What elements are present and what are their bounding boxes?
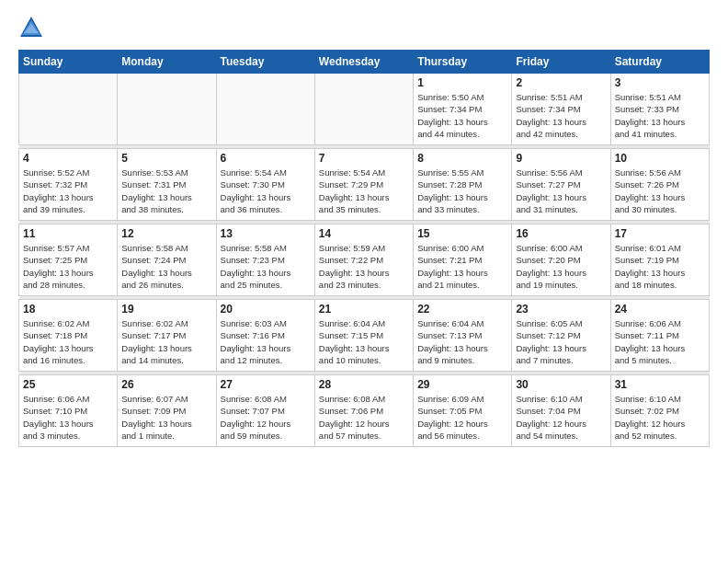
calendar-week-row: 4Sunrise: 5:52 AM Sunset: 7:32 PM Daylig… xyxy=(19,149,710,221)
day-info: Sunrise: 6:05 AM Sunset: 7:12 PM Dayligh… xyxy=(516,317,606,366)
day-info: Sunrise: 5:51 AM Sunset: 7:33 PM Dayligh… xyxy=(615,91,705,140)
day-info: Sunrise: 6:03 AM Sunset: 7:16 PM Dayligh… xyxy=(221,317,311,366)
calendar-cell: 20Sunrise: 6:03 AM Sunset: 7:16 PM Dayli… xyxy=(216,300,314,372)
calendar-cell: 25Sunrise: 6:06 AM Sunset: 7:10 PM Dayli… xyxy=(19,375,118,447)
day-number: 8 xyxy=(417,152,507,165)
weekday-header: Thursday xyxy=(414,51,512,74)
day-info: Sunrise: 5:53 AM Sunset: 7:31 PM Dayligh… xyxy=(121,167,211,215)
weekday-header: Wednesday xyxy=(314,51,413,74)
day-number: 29 xyxy=(417,378,507,391)
day-info: Sunrise: 6:10 AM Sunset: 7:04 PM Dayligh… xyxy=(516,393,606,442)
calendar-cell: 24Sunrise: 6:06 AM Sunset: 7:11 PM Dayli… xyxy=(610,300,709,372)
day-number: 28 xyxy=(319,378,409,391)
calendar-week-row: 11Sunrise: 5:57 AM Sunset: 7:25 PM Dayli… xyxy=(19,224,710,296)
day-number: 5 xyxy=(121,152,211,165)
day-number: 31 xyxy=(615,378,705,391)
day-number: 10 xyxy=(615,152,705,165)
page: SundayMondayTuesdayWednesdayThursdayFrid… xyxy=(0,0,728,458)
weekday-header: Saturday xyxy=(610,51,709,74)
day-number: 22 xyxy=(417,303,507,316)
calendar-cell: 5Sunrise: 5:53 AM Sunset: 7:31 PM Daylig… xyxy=(118,149,216,221)
calendar-week-row: 1Sunrise: 5:50 AM Sunset: 7:34 PM Daylig… xyxy=(19,74,710,145)
calendar-cell: 14Sunrise: 5:59 AM Sunset: 7:22 PM Dayli… xyxy=(314,224,413,296)
day-number: 12 xyxy=(121,227,211,240)
weekday-header: Tuesday xyxy=(216,51,314,74)
day-info: Sunrise: 6:04 AM Sunset: 7:15 PM Dayligh… xyxy=(319,317,409,366)
day-number: 15 xyxy=(417,227,507,240)
day-info: Sunrise: 6:06 AM Sunset: 7:11 PM Dayligh… xyxy=(615,317,705,366)
calendar-cell: 1Sunrise: 5:50 AM Sunset: 7:34 PM Daylig… xyxy=(414,74,512,145)
day-number: 16 xyxy=(516,227,606,240)
day-info: Sunrise: 6:00 AM Sunset: 7:20 PM Dayligh… xyxy=(516,242,606,291)
day-info: Sunrise: 6:06 AM Sunset: 7:10 PM Dayligh… xyxy=(23,393,113,442)
calendar-cell xyxy=(118,74,216,145)
calendar-cell: 7Sunrise: 5:54 AM Sunset: 7:29 PM Daylig… xyxy=(314,149,413,221)
day-number: 20 xyxy=(221,303,311,316)
calendar-cell: 13Sunrise: 5:58 AM Sunset: 7:23 PM Dayli… xyxy=(216,224,314,296)
day-info: Sunrise: 5:56 AM Sunset: 7:27 PM Dayligh… xyxy=(516,167,606,215)
day-info: Sunrise: 5:54 AM Sunset: 7:29 PM Dayligh… xyxy=(319,167,409,215)
weekday-header: Friday xyxy=(512,51,610,74)
day-info: Sunrise: 5:55 AM Sunset: 7:28 PM Dayligh… xyxy=(417,167,507,215)
day-info: Sunrise: 6:02 AM Sunset: 7:17 PM Dayligh… xyxy=(121,317,211,366)
day-info: Sunrise: 6:08 AM Sunset: 7:06 PM Dayligh… xyxy=(319,393,409,442)
day-info: Sunrise: 6:10 AM Sunset: 7:02 PM Dayligh… xyxy=(615,393,705,442)
day-number: 17 xyxy=(615,227,705,240)
calendar-cell xyxy=(216,74,314,145)
calendar-week-row: 18Sunrise: 6:02 AM Sunset: 7:18 PM Dayli… xyxy=(19,300,710,372)
day-number: 23 xyxy=(516,303,606,316)
day-number: 2 xyxy=(516,76,606,89)
day-info: Sunrise: 5:59 AM Sunset: 7:22 PM Dayligh… xyxy=(319,242,409,291)
day-number: 18 xyxy=(23,303,113,316)
calendar-cell: 29Sunrise: 6:09 AM Sunset: 7:05 PM Dayli… xyxy=(414,375,512,447)
calendar-week-row: 25Sunrise: 6:06 AM Sunset: 7:10 PM Dayli… xyxy=(19,375,710,447)
calendar-cell: 31Sunrise: 6:10 AM Sunset: 7:02 PM Dayli… xyxy=(610,375,709,447)
logo xyxy=(18,15,48,40)
day-number: 6 xyxy=(221,152,311,165)
day-number: 4 xyxy=(23,152,113,165)
calendar-cell: 11Sunrise: 5:57 AM Sunset: 7:25 PM Dayli… xyxy=(19,224,118,296)
day-info: Sunrise: 5:56 AM Sunset: 7:26 PM Dayligh… xyxy=(615,167,705,215)
day-info: Sunrise: 5:57 AM Sunset: 7:25 PM Dayligh… xyxy=(23,242,113,291)
day-info: Sunrise: 6:07 AM Sunset: 7:09 PM Dayligh… xyxy=(121,393,211,442)
header-row: SundayMondayTuesdayWednesdayThursdayFrid… xyxy=(19,51,710,74)
day-info: Sunrise: 6:08 AM Sunset: 7:07 PM Dayligh… xyxy=(221,393,311,442)
calendar-cell: 9Sunrise: 5:56 AM Sunset: 7:27 PM Daylig… xyxy=(512,149,610,221)
calendar-cell: 10Sunrise: 5:56 AM Sunset: 7:26 PM Dayli… xyxy=(610,149,709,221)
calendar-cell: 19Sunrise: 6:02 AM Sunset: 7:17 PM Dayli… xyxy=(118,300,216,372)
weekday-header: Monday xyxy=(118,51,216,74)
day-info: Sunrise: 5:58 AM Sunset: 7:24 PM Dayligh… xyxy=(121,242,211,291)
day-number: 13 xyxy=(221,227,311,240)
calendar-cell xyxy=(19,74,118,145)
day-info: Sunrise: 6:09 AM Sunset: 7:05 PM Dayligh… xyxy=(417,393,507,442)
day-info: Sunrise: 6:01 AM Sunset: 7:19 PM Dayligh… xyxy=(615,242,705,291)
calendar-cell: 2Sunrise: 5:51 AM Sunset: 7:34 PM Daylig… xyxy=(512,74,610,145)
calendar-table: SundayMondayTuesdayWednesdayThursdayFrid… xyxy=(18,50,710,447)
day-info: Sunrise: 5:50 AM Sunset: 7:34 PM Dayligh… xyxy=(417,91,507,140)
day-info: Sunrise: 5:51 AM Sunset: 7:34 PM Dayligh… xyxy=(516,91,606,140)
day-info: Sunrise: 6:04 AM Sunset: 7:13 PM Dayligh… xyxy=(417,317,507,366)
day-number: 21 xyxy=(319,303,409,316)
day-number: 27 xyxy=(221,378,311,391)
calendar-cell: 3Sunrise: 5:51 AM Sunset: 7:33 PM Daylig… xyxy=(610,74,709,145)
day-number: 14 xyxy=(319,227,409,240)
day-number: 11 xyxy=(23,227,113,240)
day-info: Sunrise: 5:58 AM Sunset: 7:23 PM Dayligh… xyxy=(221,242,311,291)
calendar-cell: 21Sunrise: 6:04 AM Sunset: 7:15 PM Dayli… xyxy=(314,300,413,372)
calendar-cell: 17Sunrise: 6:01 AM Sunset: 7:19 PM Dayli… xyxy=(610,224,709,296)
day-number: 25 xyxy=(23,378,113,391)
calendar-cell: 30Sunrise: 6:10 AM Sunset: 7:04 PM Dayli… xyxy=(512,375,610,447)
day-number: 30 xyxy=(516,378,606,391)
day-number: 24 xyxy=(615,303,705,316)
calendar-cell: 26Sunrise: 6:07 AM Sunset: 7:09 PM Dayli… xyxy=(118,375,216,447)
day-info: Sunrise: 5:52 AM Sunset: 7:32 PM Dayligh… xyxy=(23,167,113,215)
header xyxy=(18,15,710,40)
weekday-header: Sunday xyxy=(19,51,118,74)
day-info: Sunrise: 5:54 AM Sunset: 7:30 PM Dayligh… xyxy=(221,167,311,215)
day-number: 1 xyxy=(417,76,507,89)
calendar-cell: 8Sunrise: 5:55 AM Sunset: 7:28 PM Daylig… xyxy=(414,149,512,221)
calendar-cell: 12Sunrise: 5:58 AM Sunset: 7:24 PM Dayli… xyxy=(118,224,216,296)
calendar-cell: 16Sunrise: 6:00 AM Sunset: 7:20 PM Dayli… xyxy=(512,224,610,296)
calendar-cell: 4Sunrise: 5:52 AM Sunset: 7:32 PM Daylig… xyxy=(19,149,118,221)
logo-icon xyxy=(18,15,44,40)
